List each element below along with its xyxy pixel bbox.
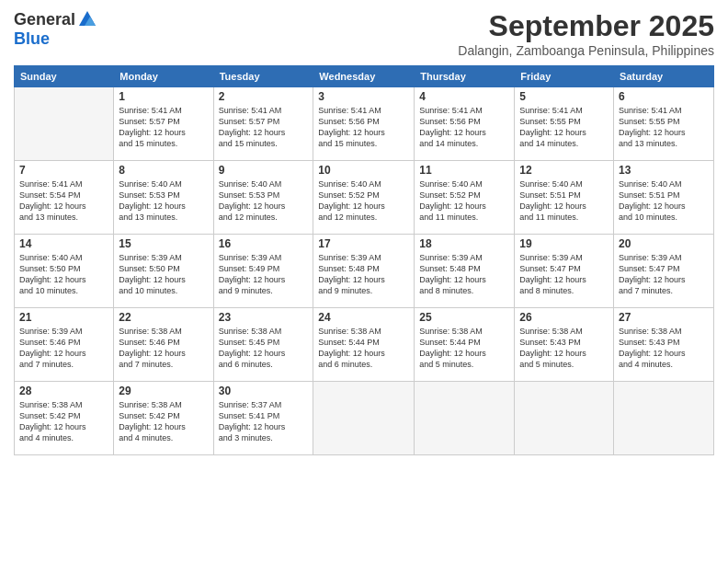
day-info: Sunrise: 5:40 AM Sunset: 5:52 PM Dayligh…: [318, 178, 409, 224]
logo-blue-text: Blue: [14, 29, 50, 49]
calendar-header-row: Sunday Monday Tuesday Wednesday Thursday…: [15, 66, 714, 87]
day-number: 10: [318, 164, 409, 177]
logo-icon: [77, 9, 97, 29]
table-row: 3Sunrise: 5:41 AM Sunset: 5:56 PM Daylig…: [313, 87, 415, 161]
table-row: 15Sunrise: 5:39 AM Sunset: 5:50 PM Dayli…: [114, 235, 213, 308]
table-row: 23Sunrise: 5:38 AM Sunset: 5:45 PM Dayli…: [213, 308, 313, 382]
table-row: 30Sunrise: 5:37 AM Sunset: 5:41 PM Dayli…: [213, 382, 313, 455]
day-info: Sunrise: 5:40 AM Sunset: 5:52 PM Dayligh…: [419, 178, 509, 224]
day-info: Sunrise: 5:38 AM Sunset: 5:43 PM Dayligh…: [519, 326, 609, 371]
table-row: 25Sunrise: 5:38 AM Sunset: 5:44 PM Dayli…: [415, 308, 515, 382]
day-info: Sunrise: 5:40 AM Sunset: 5:53 PM Dayligh…: [219, 178, 309, 224]
calendar-week-row: 1Sunrise: 5:41 AM Sunset: 5:57 PM Daylig…: [15, 87, 714, 161]
table-row: 17Sunrise: 5:39 AM Sunset: 5:48 PM Dayli…: [313, 235, 415, 308]
table-row: 2Sunrise: 5:41 AM Sunset: 5:57 PM Daylig…: [213, 87, 313, 161]
table-row: 19Sunrise: 5:39 AM Sunset: 5:47 PM Dayli…: [515, 235, 614, 308]
day-number: 22: [119, 311, 208, 324]
day-number: 16: [219, 237, 309, 250]
table-row: 26Sunrise: 5:38 AM Sunset: 5:43 PM Dayli…: [515, 308, 614, 382]
table-row: 27Sunrise: 5:38 AM Sunset: 5:43 PM Dayli…: [614, 308, 714, 382]
day-number: 9: [219, 164, 309, 177]
table-row: 21Sunrise: 5:39 AM Sunset: 5:46 PM Dayli…: [15, 308, 114, 382]
day-number: 14: [19, 237, 108, 250]
table-row: 7Sunrise: 5:41 AM Sunset: 5:54 PM Daylig…: [15, 161, 114, 235]
header-sunday: Sunday: [15, 66, 114, 87]
day-number: 17: [318, 237, 409, 250]
day-info: Sunrise: 5:39 AM Sunset: 5:46 PM Dayligh…: [19, 326, 108, 371]
day-info: Sunrise: 5:38 AM Sunset: 5:44 PM Dayligh…: [318, 326, 409, 371]
day-number: 4: [419, 90, 509, 103]
table-row: 29Sunrise: 5:38 AM Sunset: 5:42 PM Dayli…: [114, 382, 213, 455]
table-row: 12Sunrise: 5:40 AM Sunset: 5:51 PM Dayli…: [515, 161, 614, 235]
day-number: 7: [19, 164, 108, 177]
day-number: 5: [519, 90, 609, 103]
day-info: Sunrise: 5:41 AM Sunset: 5:55 PM Dayligh…: [519, 105, 609, 150]
table-row: 28Sunrise: 5:38 AM Sunset: 5:42 PM Dayli…: [15, 382, 114, 455]
day-number: 15: [119, 237, 208, 250]
day-number: 27: [619, 311, 709, 324]
day-info: Sunrise: 5:40 AM Sunset: 5:51 PM Dayligh…: [519, 178, 609, 224]
day-number: 26: [519, 311, 609, 324]
table-row: 10Sunrise: 5:40 AM Sunset: 5:52 PM Dayli…: [313, 161, 415, 235]
day-info: Sunrise: 5:41 AM Sunset: 5:55 PM Dayligh…: [619, 105, 709, 150]
calendar-week-row: 14Sunrise: 5:40 AM Sunset: 5:50 PM Dayli…: [15, 235, 714, 308]
table-row: 6Sunrise: 5:41 AM Sunset: 5:55 PM Daylig…: [614, 87, 714, 161]
day-number: 2: [219, 90, 309, 103]
day-info: Sunrise: 5:39 AM Sunset: 5:48 PM Dayligh…: [318, 252, 409, 297]
day-number: 19: [519, 237, 609, 250]
day-number: 21: [19, 311, 108, 324]
day-info: Sunrise: 5:41 AM Sunset: 5:57 PM Dayligh…: [219, 105, 309, 150]
calendar-week-row: 28Sunrise: 5:38 AM Sunset: 5:42 PM Dayli…: [15, 382, 714, 455]
day-info: Sunrise: 5:41 AM Sunset: 5:56 PM Dayligh…: [419, 105, 509, 150]
day-info: Sunrise: 5:39 AM Sunset: 5:47 PM Dayligh…: [519, 252, 609, 297]
table-row: [415, 382, 515, 455]
day-info: Sunrise: 5:40 AM Sunset: 5:50 PM Dayligh…: [19, 252, 108, 297]
day-number: 8: [119, 164, 208, 177]
table-row: 11Sunrise: 5:40 AM Sunset: 5:52 PM Dayli…: [415, 161, 515, 235]
table-row: 24Sunrise: 5:38 AM Sunset: 5:44 PM Dayli…: [313, 308, 415, 382]
day-number: 18: [419, 237, 509, 250]
calendar-week-row: 21Sunrise: 5:39 AM Sunset: 5:46 PM Dayli…: [15, 308, 714, 382]
day-info: Sunrise: 5:40 AM Sunset: 5:51 PM Dayligh…: [619, 178, 709, 224]
calendar-week-row: 7Sunrise: 5:41 AM Sunset: 5:54 PM Daylig…: [15, 161, 714, 235]
day-number: 23: [219, 311, 309, 324]
day-number: 3: [318, 90, 409, 103]
table-row: [515, 382, 614, 455]
header-tuesday: Tuesday: [213, 66, 313, 87]
logo: General Blue: [14, 9, 97, 49]
day-number: 6: [619, 90, 709, 103]
day-info: Sunrise: 5:41 AM Sunset: 5:57 PM Dayligh…: [119, 105, 208, 150]
day-info: Sunrise: 5:38 AM Sunset: 5:42 PM Dayligh…: [119, 399, 208, 444]
day-number: 25: [419, 311, 509, 324]
month-title: September 2025: [458, 9, 714, 43]
table-row: 22Sunrise: 5:38 AM Sunset: 5:46 PM Dayli…: [114, 308, 213, 382]
day-info: Sunrise: 5:41 AM Sunset: 5:56 PM Dayligh…: [318, 105, 409, 150]
header-monday: Monday: [114, 66, 213, 87]
calendar-table: Sunday Monday Tuesday Wednesday Thursday…: [14, 65, 714, 455]
day-info: Sunrise: 5:39 AM Sunset: 5:49 PM Dayligh…: [219, 252, 309, 297]
day-number: 29: [119, 385, 208, 397]
table-row: 4Sunrise: 5:41 AM Sunset: 5:56 PM Daylig…: [415, 87, 515, 161]
header-saturday: Saturday: [614, 66, 714, 87]
day-info: Sunrise: 5:39 AM Sunset: 5:47 PM Dayligh…: [619, 252, 709, 297]
subtitle: Dalangin, Zamboanga Peninsula, Philippin…: [458, 43, 714, 58]
day-number: 1: [119, 90, 208, 103]
day-number: 30: [219, 385, 309, 397]
day-info: Sunrise: 5:41 AM Sunset: 5:54 PM Dayligh…: [19, 178, 108, 224]
day-number: 24: [318, 311, 409, 324]
day-number: 12: [519, 164, 609, 177]
table-row: [15, 87, 114, 161]
table-row: 14Sunrise: 5:40 AM Sunset: 5:50 PM Dayli…: [15, 235, 114, 308]
table-row: 9Sunrise: 5:40 AM Sunset: 5:53 PM Daylig…: [213, 161, 313, 235]
table-row: 16Sunrise: 5:39 AM Sunset: 5:49 PM Dayli…: [213, 235, 313, 308]
table-row: 20Sunrise: 5:39 AM Sunset: 5:47 PM Dayli…: [614, 235, 714, 308]
day-info: Sunrise: 5:39 AM Sunset: 5:50 PM Dayligh…: [119, 252, 208, 297]
day-info: Sunrise: 5:38 AM Sunset: 5:42 PM Dayligh…: [19, 399, 108, 444]
table-row: 5Sunrise: 5:41 AM Sunset: 5:55 PM Daylig…: [515, 87, 614, 161]
table-row: [313, 382, 415, 455]
day-info: Sunrise: 5:38 AM Sunset: 5:43 PM Dayligh…: [619, 326, 709, 371]
day-number: 11: [419, 164, 509, 177]
table-row: 1Sunrise: 5:41 AM Sunset: 5:57 PM Daylig…: [114, 87, 213, 161]
day-info: Sunrise: 5:38 AM Sunset: 5:44 PM Dayligh…: [419, 326, 509, 371]
title-section: September 2025 Dalangin, Zamboanga Penin…: [458, 9, 714, 58]
